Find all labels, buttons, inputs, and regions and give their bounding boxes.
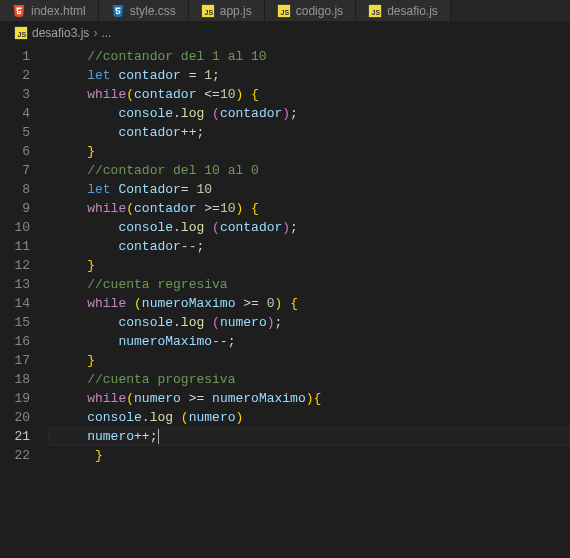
code-line[interactable]: }: [48, 446, 570, 465]
code-line[interactable]: }: [48, 351, 570, 370]
code-line[interactable]: //cuenta progresiva: [48, 370, 570, 389]
tab-index-html[interactable]: index.html: [0, 0, 99, 22]
js-icon: JS: [201, 4, 215, 18]
code-line[interactable]: //cuenta regresiva: [48, 275, 570, 294]
code-line[interactable]: console.log (contador);: [48, 218, 570, 237]
code-line[interactable]: console.log (contador);: [48, 104, 570, 123]
line-number: 17: [0, 351, 48, 370]
line-number: 13: [0, 275, 48, 294]
svg-text:JS: JS: [204, 9, 213, 16]
text-cursor: [158, 429, 159, 444]
code-line[interactable]: }: [48, 142, 570, 161]
editor-tabs: index.htmlstyle.cssJSapp.jsJScodigo.jsJS…: [0, 0, 570, 22]
line-number: 4: [0, 104, 48, 123]
line-number: 22: [0, 446, 48, 465]
code-line[interactable]: while(contador <=10) {: [48, 85, 570, 104]
breadcrumb-file: desafio3.js: [32, 26, 89, 40]
line-number: 19: [0, 389, 48, 408]
line-number: 2: [0, 66, 48, 85]
code-line[interactable]: //contador del 10 al 0: [48, 161, 570, 180]
code-line[interactable]: console.log (numero);: [48, 313, 570, 332]
code-line[interactable]: console.log (numero): [48, 408, 570, 427]
code-line[interactable]: contador--;: [48, 237, 570, 256]
code-line[interactable]: while (numeroMaximo >= 0) {: [48, 294, 570, 313]
line-number: 5: [0, 123, 48, 142]
code-line[interactable]: numero++;: [48, 427, 570, 446]
svg-text:JS: JS: [18, 31, 27, 38]
code-line[interactable]: numeroMaximo--;: [48, 332, 570, 351]
html-icon: [12, 4, 26, 18]
line-number: 15: [0, 313, 48, 332]
tab-label: desafio.js: [387, 4, 438, 18]
line-number: 16: [0, 332, 48, 351]
code-line[interactable]: let contador = 1;: [48, 66, 570, 85]
line-number: 12: [0, 256, 48, 275]
line-number: 20: [0, 408, 48, 427]
tab-codigo-js[interactable]: JScodigo.js: [265, 0, 356, 22]
code-line[interactable]: let Contador= 10: [48, 180, 570, 199]
line-number: 11: [0, 237, 48, 256]
line-number-gutter: 12345678910111213141516171819202122: [0, 44, 48, 465]
breadcrumb-separator: ›: [93, 26, 97, 40]
code-line[interactable]: }: [48, 256, 570, 275]
code-line[interactable]: //contandor del 1 al 10: [48, 47, 570, 66]
svg-text:JS: JS: [280, 9, 289, 16]
tab-desafio-js[interactable]: JSdesafio.js: [356, 0, 451, 22]
code-line[interactable]: while(numero >= numeroMaximo){: [48, 389, 570, 408]
line-number: 9: [0, 199, 48, 218]
line-number: 21: [0, 427, 48, 446]
breadcrumb[interactable]: JS desafio3.js › ...: [0, 22, 570, 44]
js-icon: JS: [368, 4, 382, 18]
code-content[interactable]: //contandor del 1 al 10 let contador = 1…: [48, 44, 570, 465]
tab-style-css[interactable]: style.css: [99, 0, 189, 22]
line-number: 18: [0, 370, 48, 389]
tab-app-js[interactable]: JSapp.js: [189, 0, 265, 22]
line-number: 10: [0, 218, 48, 237]
js-icon: JS: [277, 4, 291, 18]
code-editor[interactable]: 12345678910111213141516171819202122 //co…: [0, 44, 570, 465]
js-icon: JS: [14, 26, 28, 40]
line-number: 6: [0, 142, 48, 161]
tab-label: app.js: [220, 4, 252, 18]
tab-label: index.html: [31, 4, 86, 18]
line-number: 1: [0, 47, 48, 66]
code-line[interactable]: contador++;: [48, 123, 570, 142]
line-number: 7: [0, 161, 48, 180]
line-number: 3: [0, 85, 48, 104]
line-number: 8: [0, 180, 48, 199]
css-icon: [111, 4, 125, 18]
breadcrumb-symbol: ...: [101, 26, 111, 40]
svg-text:JS: JS: [372, 9, 381, 16]
code-line[interactable]: while(contador >=10) {: [48, 199, 570, 218]
line-number: 14: [0, 294, 48, 313]
tab-label: codigo.js: [296, 4, 343, 18]
tab-label: style.css: [130, 4, 176, 18]
